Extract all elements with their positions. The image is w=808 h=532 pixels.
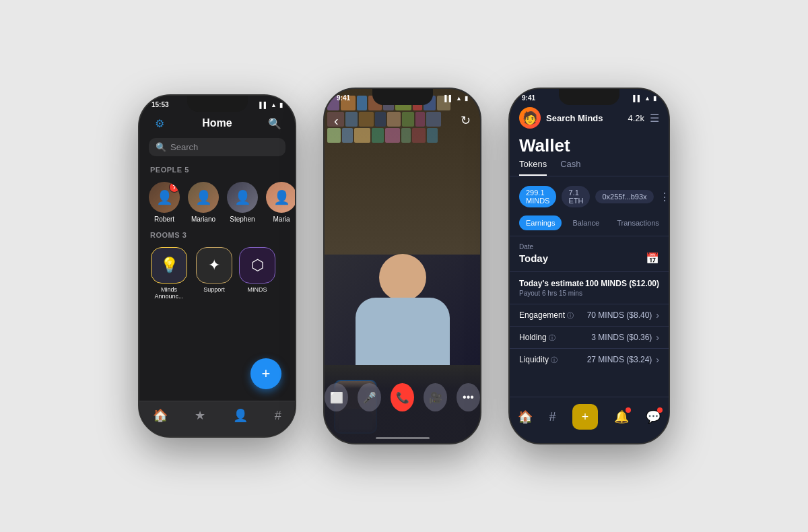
chevron-down-icon[interactable]: › bbox=[656, 310, 659, 321]
room-icon: 💡 bbox=[151, 247, 187, 284]
list-item[interactable]: ✦ Support bbox=[196, 247, 232, 300]
list-item[interactable]: ⬡ MINDS bbox=[239, 247, 275, 300]
list-item[interactable]: 👤 Stephen bbox=[227, 182, 258, 223]
end-call-button[interactable]: 📞 bbox=[391, 383, 414, 411]
date-section: Date Today 📅 bbox=[510, 236, 669, 271]
minds-chip[interactable]: 299.1 MINDS bbox=[519, 186, 556, 207]
filter-transactions[interactable]: Transactions bbox=[610, 215, 666, 230]
room-icon: ⬡ bbox=[239, 247, 275, 284]
earnings-engagement: Engagement ⓘ 70 MINDS ($8.40) › bbox=[510, 304, 669, 326]
liquidity-value: 27 MINDS ($3.24) bbox=[587, 355, 652, 364]
tab-profile[interactable]: 👤 bbox=[233, 408, 248, 423]
tab-favorites[interactable]: ★ bbox=[195, 408, 205, 423]
list-item[interactable]: 👤 Maria bbox=[266, 182, 295, 223]
filter-earnings[interactable]: Earnings bbox=[519, 215, 562, 230]
earning-label: Holding ⓘ bbox=[519, 333, 556, 343]
list-item[interactable]: 👤 7 Robert bbox=[149, 182, 180, 223]
screen-share-button[interactable]: ⬜ bbox=[325, 383, 348, 411]
phone-2: 9:41 ▌▌ ▲ ▮ bbox=[323, 88, 481, 444]
signal-icon: ▌▌ bbox=[259, 102, 268, 108]
wallet-header: 🧑 Search Minds 4.2k ☰ bbox=[510, 104, 669, 133]
notification-badge bbox=[626, 407, 631, 413]
badge: 7 bbox=[169, 182, 180, 193]
room-name: Support bbox=[203, 286, 225, 293]
top-nav-1: ⚙ Home 🔍 bbox=[139, 111, 295, 138]
video-button[interactable]: 🎥 bbox=[424, 383, 447, 411]
settings-icon[interactable]: ⚙ bbox=[150, 114, 169, 133]
filter-balance[interactable]: Balance bbox=[566, 215, 606, 230]
wallet-profile: 🧑 Search Minds bbox=[519, 107, 603, 129]
tab-notifications-w[interactable]: 🔔 bbox=[614, 409, 629, 424]
tab-discover[interactable]: # bbox=[275, 409, 281, 423]
people-header: PEOPLE 5 bbox=[139, 163, 295, 176]
wifi-icon: ▲ bbox=[271, 102, 277, 108]
tab-messages-w[interactable]: 💬 bbox=[646, 409, 661, 424]
estimate-section: Today's estimate Payout 6 hrs 15 mins 10… bbox=[510, 271, 669, 304]
chevron-down-icon[interactable]: › bbox=[656, 332, 659, 343]
search-icon-sm: 🔍 bbox=[156, 142, 166, 152]
people-row: 👤 7 Robert 👤 Mariano 👤 Stephen 👤 bbox=[139, 176, 295, 228]
avatar: 👤 bbox=[188, 182, 219, 213]
calendar-icon[interactable]: 📅 bbox=[646, 252, 659, 265]
fab-button[interactable]: + bbox=[250, 358, 281, 389]
profile-name: Search Minds bbox=[546, 113, 603, 123]
person-name: Stephen bbox=[230, 215, 255, 223]
holding-value: 3 MINDS ($0.36) bbox=[591, 333, 652, 342]
wallet-tab-bar: 🏠 # + 🔔 💬 bbox=[510, 397, 669, 443]
search-icon[interactable]: 🔍 bbox=[265, 114, 284, 133]
address-chip[interactable]: 0x255f...b93x bbox=[595, 190, 653, 203]
estimate-value: 100 MINDS ($12.00) bbox=[585, 279, 659, 288]
eth-chip[interactable]: 7.1 ETH bbox=[562, 186, 590, 207]
message-badge bbox=[657, 407, 663, 413]
follower-count: 4.2k bbox=[628, 113, 644, 123]
tab-bar-1: 🏠 ★ 👤 # bbox=[139, 401, 295, 436]
more-button[interactable]: ••• bbox=[457, 383, 480, 411]
chevron-down-icon[interactable]: › bbox=[656, 354, 659, 365]
engagement-value: 70 MINDS ($8.40) bbox=[587, 310, 652, 320]
list-item[interactable]: 👤 Mariano bbox=[188, 182, 219, 223]
avatar: 🧑 bbox=[519, 107, 541, 129]
search-bar[interactable]: 🔍 Search bbox=[149, 138, 285, 156]
filter-tabs: Earnings Balance Transactions Settings bbox=[510, 210, 669, 236]
mute-button[interactable]: 🎤 bbox=[358, 383, 381, 411]
search-placeholder: Search bbox=[170, 142, 198, 152]
more-options-icon[interactable]: ⋮ bbox=[659, 191, 670, 203]
date-value: Today 📅 bbox=[519, 252, 659, 265]
shelf-background bbox=[325, 89, 480, 255]
earnings-liquidity: Liquidity ⓘ 27 MINDS ($3.24) › bbox=[510, 348, 669, 370]
room-name: MINDS bbox=[248, 286, 267, 293]
menu-icon[interactable]: ☰ bbox=[650, 112, 659, 125]
flip-camera-button[interactable]: ↻ bbox=[461, 113, 471, 128]
notch-3 bbox=[559, 89, 619, 105]
estimate-sub: Payout 6 hrs 15 mins bbox=[519, 290, 584, 297]
video-person bbox=[356, 254, 450, 365]
earning-label: Liquidity ⓘ bbox=[519, 355, 558, 365]
time-1: 15:53 bbox=[152, 101, 169, 108]
battery-icon: ▮ bbox=[279, 102, 283, 108]
time-3: 9:41 bbox=[522, 94, 535, 102]
home-title: Home bbox=[202, 117, 232, 129]
person-name: Mariano bbox=[191, 215, 215, 223]
earnings-holding: Holding ⓘ 3 MINDS ($0.36) › bbox=[510, 326, 669, 348]
phone-1: 15:53 ▌▌ ▲ ▮ ⚙ Home 🔍 🔍 Search PEOPLE 5 … bbox=[138, 94, 296, 438]
earning-label: Engagement ⓘ bbox=[519, 310, 574, 321]
tab-home[interactable]: 🏠 bbox=[153, 408, 168, 423]
tab-discover-w[interactable]: # bbox=[549, 410, 556, 424]
rooms-row: 💡 Minds Announc... ✦ Support ⬡ MINDS bbox=[139, 242, 295, 305]
home-bar-2 bbox=[376, 437, 430, 439]
room-name: Minds Announc... bbox=[149, 286, 189, 300]
room-icon: ✦ bbox=[196, 247, 232, 284]
notch-1 bbox=[187, 96, 248, 112]
back-button[interactable]: ‹ bbox=[334, 113, 339, 129]
estimate-left: Today's estimate Payout 6 hrs 15 mins bbox=[519, 279, 584, 297]
video-screen: 9:41 ▌▌ ▲ ▮ bbox=[325, 89, 480, 443]
phone-3: 9:41 ▌▌ ▲ ▮ 🧑 Search Minds 4.2k ☰ Wallet bbox=[508, 88, 670, 444]
tab-compose-w[interactable]: + bbox=[572, 404, 598, 430]
wallet-screen: 9:41 ▌▌ ▲ ▮ 🧑 Search Minds 4.2k ☰ Wallet bbox=[510, 89, 669, 443]
tab-home-w[interactable]: 🏠 bbox=[518, 409, 533, 424]
avatar: 👤 bbox=[266, 182, 295, 213]
wallet-tabs: Tokens Cash bbox=[510, 159, 669, 176]
tab-tokens[interactable]: Tokens bbox=[519, 159, 547, 176]
list-item[interactable]: 💡 Minds Announc... bbox=[149, 247, 189, 300]
tab-cash[interactable]: Cash bbox=[560, 159, 580, 176]
